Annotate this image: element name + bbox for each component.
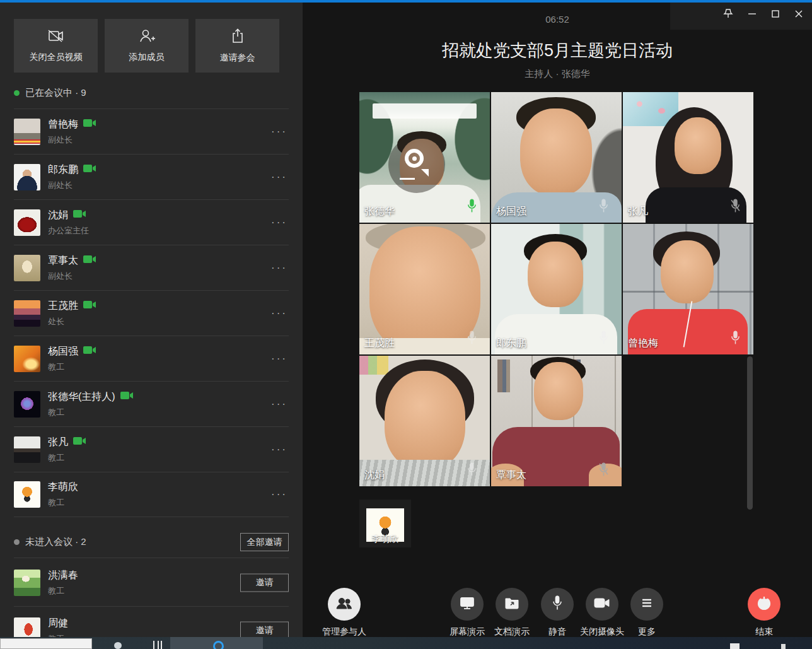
tile-name-label: 曾艳梅 <box>628 337 658 350</box>
participant-name: 沈娟 <box>48 209 68 222</box>
manage-participants-button[interactable]: 管理参与人 <box>306 588 382 638</box>
participant-name: 张德华(主持人) <box>48 390 115 404</box>
close-all-video-button[interactable]: 关闭全员视频 <box>14 19 98 73</box>
taskbar-tray-icon[interactable] <box>781 644 786 649</box>
end-meeting-button[interactable]: 结束 <box>726 588 802 638</box>
toolbar-label: 结束 <box>726 626 802 638</box>
camera-on-icon <box>73 209 86 221</box>
video-tile[interactable]: 张德华 <box>359 92 490 223</box>
person-add-icon <box>137 28 156 46</box>
camera-off-icon <box>47 28 66 46</box>
participant-row[interactable]: 杨国强 教工 ··· <box>14 336 289 381</box>
mic-icon <box>552 595 563 614</box>
participant-name: 曾艳梅 <box>48 118 78 131</box>
participant-row[interactable]: 曾艳梅 副处长 ··· <box>14 108 289 154</box>
video-grid: 张德华 杨国强 <box>359 92 753 486</box>
invite-button[interactable]: 邀请 <box>240 573 289 592</box>
avatar <box>14 481 40 508</box>
doc-share-icon <box>504 597 519 612</box>
video-tile[interactable]: 曾艳梅 <box>623 224 753 354</box>
banner <box>373 103 477 119</box>
participant-name: 周健 <box>48 617 68 630</box>
more-options-button[interactable]: ··· <box>271 216 287 229</box>
video-tile[interactable]: 王茂胜 <box>359 224 490 354</box>
participant-name: 覃事太 <box>48 254 78 267</box>
participant-name: 李萌欣 <box>48 481 78 494</box>
tile-name-label: 杨国强 <box>496 205 526 218</box>
camera-on-icon <box>83 255 96 266</box>
taskbar-search-box[interactable] <box>0 638 92 649</box>
video-thumbnail-tile[interactable]: 李萌欣 <box>359 500 411 547</box>
participant-row[interactable]: 沈娟 办公室主任 ··· <box>14 199 289 245</box>
participant-row[interactable]: 洪满春 教工 邀请 <box>14 559 289 607</box>
video-tile[interactable]: 张凡 <box>623 92 753 223</box>
more-options-button[interactable]: ··· <box>271 262 287 274</box>
mic-on-icon <box>598 330 609 348</box>
mic-on-icon <box>467 462 477 480</box>
taskbar-task-view-icon[interactable] <box>153 641 163 649</box>
add-member-button[interactable]: 添加成员 <box>105 19 188 73</box>
taskbar-cortana-icon[interactable] <box>114 642 122 649</box>
meeting-stage: 06:52 招就处党支部5月主题党日活动 主持人 · 张德华 张德华 <box>303 0 812 649</box>
mic-on-icon <box>598 198 609 216</box>
avatar <box>14 255 40 281</box>
more-options-button[interactable]: ··· <box>271 307 287 320</box>
participant-name: 洪满春 <box>48 569 78 582</box>
invite-to-meeting-button[interactable]: 邀请参会 <box>195 19 279 73</box>
not-joined-label: 未进入会议 · 2 <box>25 536 86 548</box>
taskbar-tray-icon[interactable] <box>730 643 740 649</box>
participant-list: 曾艳梅 副处长 ··· 郎东鹏 <box>14 108 289 517</box>
camera-on-icon <box>83 164 96 175</box>
action-label: 邀请参会 <box>220 52 255 64</box>
more-options-button[interactable]: ··· <box>271 488 287 501</box>
camera-on-icon <box>83 346 96 357</box>
participant-row[interactable]: 覃事太 副处长 ··· <box>14 245 289 290</box>
not-joined-list: 洪满春 教工 邀请 周健 教工 邀请 <box>14 559 289 649</box>
avatar <box>14 436 40 463</box>
participant-row[interactable]: 张德华(主持人) 教工 ··· <box>14 381 289 426</box>
tile-name-label: 张德华 <box>364 205 395 218</box>
participant-role: 副处长 <box>48 271 96 282</box>
in-meeting-label: 已在会议中 · 9 <box>25 87 86 99</box>
in-meeting-section-header: 已在会议中 · 9 <box>14 87 86 99</box>
mic-on-icon <box>730 330 741 348</box>
more-options-button[interactable]: ··· <box>271 443 287 456</box>
grid-scrollbar[interactable] <box>747 356 753 510</box>
action-label: 添加成员 <box>129 52 165 63</box>
more-options-button[interactable]: ··· <box>271 171 287 184</box>
tile-name-label: 王茂胜 <box>364 337 395 350</box>
participant-role: 教工 <box>48 407 134 418</box>
taskbar-active-app[interactable] <box>170 637 263 649</box>
more-options-button[interactable]: ··· <box>271 126 287 138</box>
toolbar-label: 更多 <box>609 626 685 638</box>
windows-taskbar <box>0 637 812 649</box>
participant-row[interactable]: 郎东鹏 副处长 ··· <box>14 154 289 199</box>
window-accent-border <box>0 0 812 3</box>
participant-role: 教工 <box>48 497 78 508</box>
participant-role: 教工 <box>48 361 96 373</box>
participant-row[interactable]: 张凡 教工 ··· <box>14 426 289 472</box>
video-tile[interactable]: 沈娟 <box>359 356 490 486</box>
participant-row[interactable]: 王茂胜 处长 ··· <box>14 290 289 336</box>
meeting-timer: 06:52 <box>303 14 812 25</box>
video-tile[interactable]: 杨国强 <box>491 92 622 223</box>
video-tile[interactable]: 郎东鹏 <box>491 224 622 354</box>
screen-share-icon <box>460 596 475 612</box>
more-button[interactable]: 更多 <box>609 588 685 638</box>
invite-all-button[interactable]: 全部邀请 <box>240 533 289 551</box>
more-options-button[interactable]: ··· <box>271 353 287 365</box>
participant-role: 办公室主任 <box>48 225 89 237</box>
more-options-button[interactable]: ··· <box>271 398 287 411</box>
camera-on-icon <box>83 119 96 130</box>
avatar <box>14 391 40 418</box>
participant-row[interactable]: 李萌欣 教工 ··· <box>14 472 289 517</box>
mic-muted-icon <box>598 462 609 480</box>
tile-name-label: 郎东鹏 <box>496 337 526 350</box>
video-tile[interactable]: 覃事太 <box>491 356 622 486</box>
avatar <box>14 346 40 372</box>
avatar <box>14 300 40 327</box>
action-label: 关闭全员视频 <box>30 52 83 63</box>
participants-panel: 关闭全员视频 添加成员 <box>0 0 303 649</box>
mic-muted-icon <box>730 198 741 216</box>
participant-name: 郎东鹏 <box>48 163 78 177</box>
